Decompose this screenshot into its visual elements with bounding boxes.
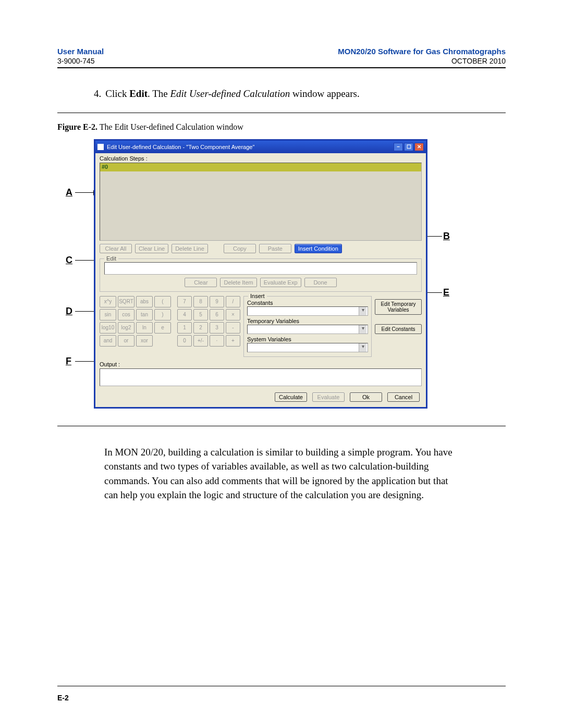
key-mul[interactable]: × bbox=[226, 309, 240, 320]
clear-all-button[interactable]: Clear All bbox=[100, 244, 132, 253]
key-ln[interactable]: ln bbox=[136, 322, 153, 334]
step-bold: Edit bbox=[129, 88, 148, 99]
copy-button[interactable]: Copy bbox=[224, 244, 256, 253]
key-sin[interactable]: sin bbox=[100, 309, 116, 320]
key-plus[interactable]: + bbox=[226, 335, 240, 347]
step-row-0[interactable]: #0 bbox=[100, 163, 421, 171]
body-paragraph: In MON 20/20, building a calculation is … bbox=[104, 445, 454, 502]
evaluate-exp-button[interactable]: Evaluate Exp bbox=[260, 278, 301, 287]
output-label: Output : bbox=[95, 359, 426, 368]
key-sqrt[interactable]: SQRT bbox=[118, 296, 134, 307]
sysvars-dropdown[interactable] bbox=[247, 343, 368, 352]
figure-caption: Figure E-2. The Edit User-defined Calcul… bbox=[57, 122, 506, 132]
app-icon bbox=[97, 144, 104, 150]
header-right-sub: OCTOBER 2010 bbox=[338, 57, 506, 65]
clear-line-button[interactable]: Clear Line bbox=[135, 244, 168, 253]
delete-item-button[interactable]: Delete Item bbox=[220, 278, 256, 287]
page-number: E-2 bbox=[57, 694, 69, 702]
key-log10[interactable]: log10 bbox=[100, 322, 116, 334]
step-number: 4. bbox=[94, 88, 101, 99]
key-7[interactable]: 7 bbox=[177, 296, 192, 307]
figure-number: Figure E-2. bbox=[57, 122, 97, 131]
insert-legend: Insert bbox=[248, 293, 267, 299]
key-4[interactable]: 4 bbox=[177, 309, 192, 320]
step-italic: Edit User-defined Calculation bbox=[170, 88, 290, 99]
cancel-button[interactable]: Cancel bbox=[387, 392, 420, 402]
key-plusminus[interactable]: +/- bbox=[193, 335, 208, 347]
tempvars-label: Temporary Variables bbox=[247, 318, 368, 324]
callout-f: F bbox=[66, 356, 71, 367]
callout-d: D bbox=[66, 306, 72, 317]
insert-condition-button[interactable]: Insert Condition bbox=[295, 244, 342, 253]
constants-label: Constants bbox=[247, 300, 368, 306]
key-lparen[interactable]: ( bbox=[154, 296, 171, 307]
titlebar[interactable]: Edit User-defined Calculation - "Two Com… bbox=[95, 141, 426, 153]
callout-b: B bbox=[443, 231, 450, 242]
window-title: Edit User-defined Calculation - "Two Com… bbox=[107, 144, 254, 150]
done-button[interactable]: Done bbox=[304, 278, 337, 287]
edit-temp-vars-button[interactable]: Edit Temporary Variables bbox=[375, 299, 422, 315]
sysvars-label: System Variables bbox=[247, 336, 368, 342]
divider bbox=[57, 113, 506, 113]
edit-constants-button[interactable]: Edit Constants bbox=[375, 324, 422, 334]
footer-line bbox=[57, 686, 506, 686]
figure-area: A B C D E F Edit User-defined Calculatio… bbox=[57, 139, 506, 421]
key-5[interactable]: 5 bbox=[193, 309, 208, 320]
edit-input[interactable] bbox=[104, 262, 417, 275]
edit-fieldset: Edit Clear Delete Item Evaluate Exp Done bbox=[100, 258, 422, 292]
calc-steps-list[interactable]: #0 bbox=[100, 163, 422, 241]
calculate-button[interactable]: Calculate bbox=[275, 392, 307, 402]
ok-button[interactable]: Ok bbox=[350, 392, 382, 402]
keypad: x^y SQRT abs ( 7 8 9 / sin cos tan ) 4 5 bbox=[100, 296, 240, 347]
key-minus[interactable]: - bbox=[226, 322, 240, 334]
output-box[interactable] bbox=[100, 368, 422, 386]
key-8[interactable]: 8 bbox=[193, 296, 208, 307]
paste-button[interactable]: Paste bbox=[259, 244, 291, 253]
key-6[interactable]: 6 bbox=[210, 309, 224, 320]
key-0[interactable]: 0 bbox=[177, 335, 192, 347]
minimize-button[interactable]: – bbox=[394, 143, 403, 151]
key-or[interactable]: or bbox=[118, 335, 134, 347]
header-left-sub: 3-9000-745 bbox=[57, 57, 104, 65]
edit-legend: Edit bbox=[104, 255, 118, 262]
key-cos[interactable]: cos bbox=[118, 309, 134, 320]
insert-fieldset: Insert Constants Temporary Variables Sys… bbox=[243, 296, 372, 357]
divider-2 bbox=[57, 426, 506, 426]
key-xy[interactable]: x^y bbox=[100, 296, 116, 307]
clear-button[interactable]: Clear bbox=[185, 278, 217, 287]
tempvars-dropdown[interactable] bbox=[247, 325, 368, 334]
callout-c: C bbox=[66, 255, 72, 266]
key-and[interactable]: and bbox=[100, 335, 116, 347]
key-dot[interactable]: · bbox=[210, 335, 224, 347]
key-1[interactable]: 1 bbox=[177, 322, 192, 334]
delete-line-button[interactable]: Delete Line bbox=[172, 244, 208, 253]
key-9[interactable]: 9 bbox=[210, 296, 224, 307]
calc-steps-label: Calculation Steps : bbox=[95, 153, 426, 163]
header-left-title: User Manual bbox=[57, 47, 104, 56]
key-abs[interactable]: abs bbox=[136, 296, 153, 307]
figure-caption-text: The Edit User-defined Calculation window bbox=[100, 122, 243, 131]
key-3[interactable]: 3 bbox=[210, 322, 224, 334]
key-div[interactable]: / bbox=[226, 296, 240, 307]
header-right-title: MON20/20 Software for Gas Chromatographs bbox=[338, 47, 506, 56]
edit-calc-window: Edit User-defined Calculation - "Two Com… bbox=[94, 139, 427, 409]
key-rparen[interactable]: ) bbox=[154, 309, 171, 320]
close-button[interactable]: ✕ bbox=[414, 143, 424, 151]
key-2[interactable]: 2 bbox=[193, 322, 208, 334]
key-xor[interactable]: xor bbox=[136, 335, 153, 347]
callout-e: E bbox=[443, 287, 449, 298]
key-e[interactable]: e bbox=[154, 322, 171, 334]
step-text: 4.Click Edit. The Edit User-defined Calc… bbox=[94, 87, 506, 101]
key-tan[interactable]: tan bbox=[136, 309, 153, 320]
page-header: User Manual 3-9000-745 MON20/20 Software… bbox=[57, 47, 506, 68]
evaluate-button[interactable]: Evaluate bbox=[312, 392, 345, 402]
key-log2[interactable]: log2 bbox=[118, 322, 134, 334]
maximize-button[interactable]: ☐ bbox=[404, 143, 413, 151]
callout-a: A bbox=[66, 187, 72, 198]
constants-dropdown[interactable] bbox=[247, 306, 368, 316]
